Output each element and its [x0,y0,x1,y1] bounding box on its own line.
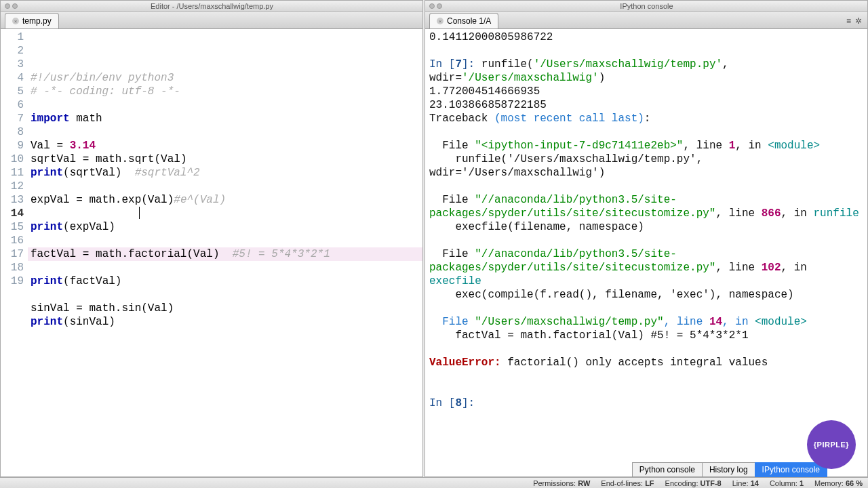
close-tab-icon[interactable]: × [12,18,19,24]
console-line: ValueError: factorial() only accepts int… [429,356,863,369]
code-editor[interactable]: 12345678910111213141516171819 #!/usr/bin… [1,29,422,476]
console-line [429,180,863,193]
code-line[interactable]: print(factVal) [28,274,422,288]
status-encoding: Encoding: UTF-8 [660,479,727,487]
console-line [429,342,863,356]
code-line[interactable]: print(expVal) [28,220,422,234]
console-output[interactable]: 0.14112000805986722 In [7]: runfile('/Us… [425,29,867,476]
close-tab-icon[interactable]: × [437,18,443,24]
close-icon[interactable] [429,3,435,9]
code-line[interactable]: #!/usr/bin/env python3 [28,71,422,85]
status-line: Line: 14 [727,479,764,487]
tab-history-log[interactable]: History log [702,462,755,477]
minimize-icon[interactable] [437,3,442,9]
console-line [429,125,863,139]
editor-tabbar: × temp.py [1,12,422,29]
line-gutter: 12345678910111213141516171819 [1,29,28,476]
code-area[interactable]: #!/usr/bin/env python3# -*- coding: utf-… [28,29,422,476]
status-memory: Memory: 66 % [809,479,868,487]
console-line [429,44,863,58]
console-pane-tabs: Python console History log IPython conso… [633,462,827,477]
code-line[interactable] [28,180,422,193]
code-line[interactable]: import math [28,112,422,125]
console-line: factVal = math.factorial(Val) #5! = 5*4*… [429,329,863,342]
code-line[interactable] [28,125,422,139]
console-line: 23.103866858722185 [429,98,863,112]
code-line[interactable]: sqrtVal = math.sqrt(Val) [28,152,422,166]
console-line [429,383,863,396]
console-line: Traceback (most recent call last): [429,112,863,125]
console-tab[interactable]: × Console 1/A [429,13,498,28]
console-window: IPython console × Console 1/A ≡ ✲ 0.1411… [425,0,868,477]
pirple-logo: {PIRPLE} [807,420,856,469]
code-line[interactable] [28,98,422,112]
console-line: File "//anaconda/lib/python3.5/site-pack… [429,247,863,288]
code-line[interactable]: Val = 3.14 [28,139,422,152]
code-line[interactable]: print(sinVal) [28,315,422,329]
text-cursor-icon [139,207,140,219]
editor-titlebar: Editor - /Users/maxschallwig/temp.py [1,1,422,12]
editor-tab[interactable]: × temp.py [5,13,59,28]
console-line: exec(compile(f.read(), filename, 'exec')… [429,288,863,302]
console-line: In [7]: runfile('/Users/maxschallwig/tem… [429,58,863,85]
code-line[interactable]: sinVal = math.sin(Val) [28,302,422,315]
code-line[interactable]: factVal = math.factorial(Val) #5! = 5*4*… [28,247,422,261]
console-title: IPython console [446,2,867,10]
status-permissions: Permissions: RW [528,479,595,487]
console-tabbar: × Console 1/A ≡ ✲ [425,12,867,29]
console-line: execfile(filename, namespace) [429,220,863,234]
editor-title: Editor - /Users/maxschallwig/temp.py [22,2,422,10]
console-line: runfile('/Users/maxschallwig/temp.py', w… [429,152,863,180]
traffic-lights [1,3,22,9]
code-line[interactable] [28,288,422,302]
code-line[interactable] [28,207,422,220]
console-line: 0.14112000805986722 [429,30,863,44]
code-line[interactable] [28,261,422,274]
tab-ipython-console[interactable]: IPython console [755,462,827,477]
status-column: Column: 1 [764,479,809,487]
console-line [429,234,863,247]
console-tab-label: Console 1/A [447,16,491,26]
minimize-icon[interactable] [12,3,18,9]
code-line[interactable] [28,234,422,247]
console-toolbar: ≡ ✲ [846,16,867,28]
options-icon[interactable]: ≡ [846,16,851,26]
tab-python-console[interactable]: Python console [632,462,703,477]
console-line [429,302,863,315]
console-line: 1.772004514666935 [429,85,863,98]
status-bar: Permissions: RW End-of-lines: LF Encodin… [0,477,868,488]
console-line: File "<ipython-input-7-d9c71411e2eb>", l… [429,139,863,152]
gear-icon[interactable]: ✲ [855,16,862,26]
console-line: File "//anaconda/lib/python3.5/site-pack… [429,193,863,220]
code-line[interactable]: print(sqrtVal) #sqrtVal^2 [28,166,422,180]
console-titlebar: IPython console [425,1,867,12]
status-eol: End-of-lines: LF [595,479,659,487]
close-icon[interactable] [5,3,10,9]
console-line: In [8]: [429,396,863,410]
console-line [429,369,863,383]
editor-tab-label: temp.py [22,16,52,26]
code-line[interactable]: # -*- coding: utf-8 -*- [28,85,422,98]
code-line[interactable]: expVal = math.exp(Val)#e^(Val) [28,193,422,207]
editor-window: Editor - /Users/maxschallwig/temp.py × t… [0,0,423,477]
traffic-lights [425,3,446,9]
console-line: File "/Users/maxschallwig/temp.py", line… [429,315,863,329]
